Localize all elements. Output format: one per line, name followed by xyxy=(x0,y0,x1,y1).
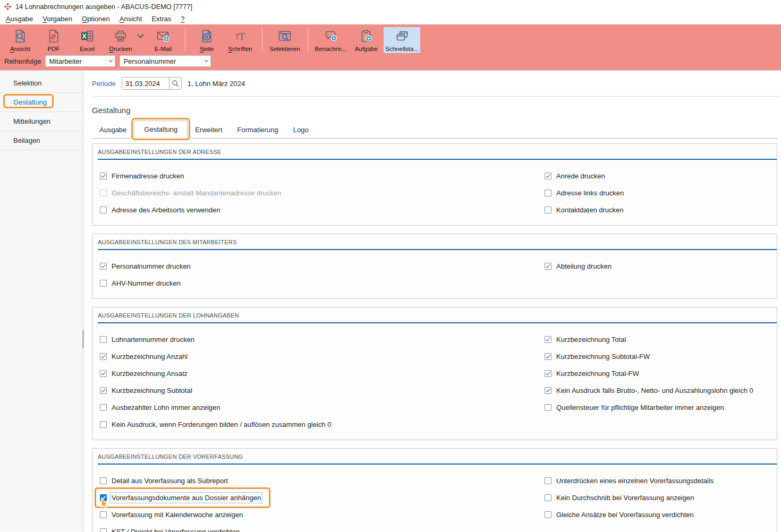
toolbar-button-label: Schriften xyxy=(228,46,252,52)
checkbox-personalnummer-drucken[interactable]: Personalnummer drucken xyxy=(100,261,191,271)
tab-gestaltung[interactable]: Gestaltung xyxy=(134,121,188,139)
checkbox-kontaktdaten-drucken[interactable]: Kontaktdaten drucken xyxy=(545,205,623,215)
checkbox[interactable] xyxy=(100,477,107,484)
checkbox[interactable] xyxy=(100,207,107,213)
checkbox[interactable] xyxy=(545,353,551,360)
checkbox-vorerfassung-mit-kalenderwoche-anzeigen[interactable]: Vorerfassung mit Kalenderwoche anzeigen xyxy=(100,510,243,520)
checkbox[interactable] xyxy=(545,511,551,518)
tab-erweitert[interactable]: Erweitert xyxy=(188,122,230,138)
menu-optionen[interactable]: Optionen xyxy=(77,14,115,24)
checkbox-quellensteuer-f-r-pflichtige-mitarbeiter-immer-a[interactable]: Quellensteuer für pflichtige Mitarbeiter… xyxy=(545,402,724,413)
checkbox[interactable] xyxy=(545,494,551,501)
toolbar-button-label: Seite xyxy=(200,46,214,52)
checkbox-label: Kontaktdaten drucken xyxy=(556,206,623,214)
checkbox[interactable] xyxy=(100,263,107,270)
checkbox[interactable] xyxy=(545,263,551,270)
checkbox-kurzbezeichnung-subtotal[interactable]: Kurzbezeichnung Subtotal xyxy=(100,385,192,396)
checkbox[interactable] xyxy=(545,387,551,394)
checkbox-kein-ausdruck-wenn-forderungen-bilden-aufl-sen-z[interactable]: Kein Ausdruck, wenn Forderungen bilden /… xyxy=(100,419,331,430)
checkbox-label: Ausbezahlter Lohn immer anzeigen xyxy=(112,404,220,411)
toolbar-ansicht-button[interactable]: Ansicht xyxy=(4,27,36,53)
periode-input[interactable] xyxy=(122,78,169,89)
checkbox[interactable] xyxy=(100,421,107,428)
sidebar-item-selektion[interactable]: Selektion xyxy=(0,74,83,93)
checkbox-lohnartennummer-drucken[interactable]: Lohnartennummer drucken xyxy=(100,334,194,345)
sidebar-item-beilagen[interactable]: Beilagen xyxy=(0,131,83,150)
sidebar-item-mitteilungen[interactable]: Mitteilungen xyxy=(0,112,83,131)
sort-secondary-select[interactable]: Personalnummer xyxy=(120,55,211,67)
toolbar-schnellsta-button[interactable]: Schnellsta... xyxy=(384,27,420,53)
checkbox-vorerfassungsdokumente-aus-dossier-anh-ngen[interactable]: Vorerfassungsdokumente aus Dossier anhän… xyxy=(100,493,261,503)
periode-search-button[interactable] xyxy=(169,78,181,89)
checkbox-kurzbezeichnung-subtotal-fw[interactable]: Kurzbezeichnung Subtotal-FW xyxy=(545,351,650,362)
checkbox-ahv-nummer-drucken[interactable]: AHV-Nummer drucken xyxy=(100,278,181,288)
checkbox-adresse-links-drucken[interactable]: Adresse links drucken xyxy=(545,188,624,198)
toolbar-pdf-button[interactable]: PDF xyxy=(38,27,70,53)
checkbox-kst-projekt-bei-vorerfassung-verdichten[interactable]: KST / Projekt bei Vorerfassung verdichte… xyxy=(100,527,240,532)
toolbar-aufgabe-button[interactable]: Aufgabe xyxy=(350,27,382,53)
print-icon xyxy=(114,29,128,44)
checkbox-kurzbezeichnung-anzahl[interactable]: Kurzbezeichnung Anzahl xyxy=(100,351,188,362)
section-title: AUSGABEEINSTELLUNGEN DER LOHNANGABEN xyxy=(92,307,777,322)
checkbox[interactable] xyxy=(545,207,551,213)
checkbox[interactable] xyxy=(100,387,107,394)
checkbox[interactable] xyxy=(545,190,551,196)
toolbar-selektieren-button[interactable]: Selektieren xyxy=(268,27,302,53)
menu-ansicht[interactable]: Ansicht xyxy=(115,14,147,24)
checkbox[interactable] xyxy=(100,173,107,179)
sort-primary-select[interactable]: Mitarbeiter xyxy=(45,55,115,67)
checkbox[interactable] xyxy=(545,404,551,411)
checkbox-ausbezahlter-lohn-immer-anzeigen[interactable]: Ausbezahlter Lohn immer anzeigen xyxy=(100,402,220,413)
checkbox-label: Kurzbezeichnung Subtotal-FW xyxy=(556,353,650,361)
checkbox-label: Firmenadresse drucken xyxy=(112,172,184,180)
checkbox-kein-ausdruck-falls-brutto-netto-und-auszahlungs[interactable]: Kein Ausdruck falls Brutto-, Netto- und … xyxy=(545,385,753,396)
checkbox[interactable] xyxy=(100,353,107,360)
menu-vorgaben[interactable]: Vorgaben xyxy=(38,14,77,24)
checkbox[interactable] xyxy=(100,404,107,411)
toolbar-excel-button[interactable]: Excel xyxy=(71,27,103,53)
checkbox xyxy=(100,190,107,196)
checkbox[interactable] xyxy=(545,336,551,343)
checkbox[interactable] xyxy=(100,511,107,518)
menu-extras[interactable]: Extras xyxy=(147,14,176,24)
tab-ausgabe[interactable]: Ausgabe xyxy=(92,122,134,138)
chevron-down-icon[interactable] xyxy=(137,34,144,38)
toolbar-e-mail-button[interactable]: E-Mail xyxy=(147,27,179,53)
checkbox-kurzbezeichnung-ansatz[interactable]: Kurzbezeichnung Ansatz xyxy=(100,368,188,379)
chevron-down-icon[interactable] xyxy=(201,56,210,66)
checkbox[interactable] xyxy=(100,528,107,532)
checkbox-detail-aus-vorerfassung-als-subreport[interactable]: Detail aus Vorerfassung als Subreport xyxy=(100,476,228,486)
email-icon xyxy=(156,29,170,44)
checkbox[interactable] xyxy=(545,173,551,179)
checkbox-firmenadresse-drucken[interactable]: Firmenadresse drucken xyxy=(100,171,184,181)
splitter-handle[interactable] xyxy=(82,330,84,348)
checkbox-abteilung-drucken[interactable]: Abteilung drucken xyxy=(545,261,612,271)
checkbox[interactable] xyxy=(100,370,107,377)
toolbar-benachric-button[interactable]: Benachric... xyxy=(313,27,349,53)
section-column-right: Anrede druckenAdresse links druckenKonta… xyxy=(545,171,777,222)
toolbar-drucken-button[interactable]: Drucken xyxy=(105,27,137,53)
checkbox-kurzbezeichnung-total-fw[interactable]: Kurzbezeichnung Total-FW xyxy=(545,368,639,379)
sort-order-label: Reihenfolge xyxy=(4,57,41,65)
checkbox-gleiche-ans-tze-bei-vorerfassung-verdichten[interactable]: Gleiche Ansätze bei Vorerfassung verdich… xyxy=(545,510,694,520)
checkbox-kurzbezeichnung-total[interactable]: Kurzbezeichnung Total xyxy=(545,334,626,345)
checkbox-kein-durchschnitt-bei-vorerfassung-anzeigen[interactable]: Kein Durchschnitt bei Vorerfassung anzei… xyxy=(545,493,694,503)
settings-section: AUSGABEEINSTELLUNGEN DER VORERFASSUNGDet… xyxy=(92,448,777,532)
toolbar-seite-button[interactable]: Seite xyxy=(191,27,223,53)
periode-label[interactable]: Periode xyxy=(92,80,116,88)
menu-ausgabe[interactable]: Ausgabe xyxy=(1,14,38,24)
checkbox[interactable] xyxy=(545,477,551,484)
tab-logo[interactable]: Logo xyxy=(286,122,316,138)
checkbox[interactable] xyxy=(545,370,551,377)
checkbox[interactable] xyxy=(100,494,107,501)
chevron-down-icon[interactable] xyxy=(106,56,115,66)
menu-help[interactable]: ? xyxy=(176,14,189,24)
toolbar-schriften-button[interactable]: TTSchriften xyxy=(224,27,256,53)
checkbox[interactable] xyxy=(100,336,107,343)
checkbox[interactable] xyxy=(100,280,107,287)
tab-formatierung[interactable]: Formatierung xyxy=(230,122,286,138)
checkbox-anrede-drucken[interactable]: Anrede drucken xyxy=(545,171,605,181)
checkbox-adresse-des-arbeitsorts-verwenden[interactable]: Adresse des Arbeitsorts verwenden xyxy=(100,205,220,215)
checkbox-unterdr-cken-eines-einzelnen-vorerfassungsdetail[interactable]: Unterdrücken eines einzelnen Vorerfassun… xyxy=(545,476,714,486)
sidebar-item-gestaltung[interactable]: Gestaltung xyxy=(0,93,83,112)
